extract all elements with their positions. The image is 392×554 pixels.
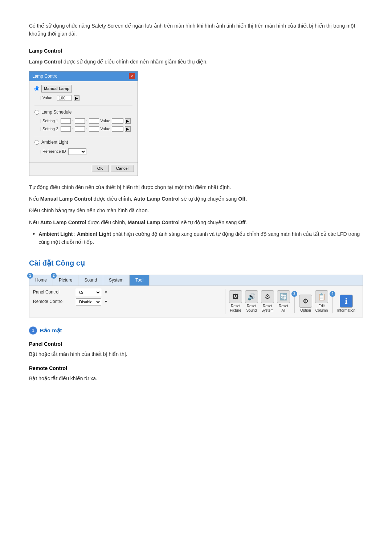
option-btn[interactable]: ⚙ Option: [299, 295, 312, 313]
lamp-control-dialog: Lamp Control ✕ Manual Lamp | Value ▶: [29, 71, 138, 176]
intro-text: Có thể sử dụng chức năng Safety Screen đ…: [29, 22, 363, 38]
reset-picture-icon: 🖼: [229, 290, 242, 303]
auto-desc1: Tự động điều chỉnh đèn nền của thiết bị …: [29, 183, 363, 191]
cancel-button[interactable]: Cancel: [111, 165, 134, 172]
toolbar-tabs: 1 Home 2 Picture Sound System Tool: [29, 275, 363, 286]
setting2-arrow[interactable]: ▶: [125, 126, 131, 132]
toolbar-wrapper: 1 Home 2 Picture Sound System Tool Panel…: [29, 275, 363, 317]
dialog-titlebar: Lamp Control ✕: [29, 71, 138, 81]
remote-control-row: Remote Control Disable Enable ▼: [33, 298, 221, 305]
ok-button[interactable]: OK: [92, 165, 109, 172]
reset-sound-label: ResetSound: [246, 304, 257, 313]
value-input[interactable]: [57, 95, 72, 101]
reset-sound-btn[interactable]: 🔊 ResetSound: [245, 290, 258, 313]
reset-system-label: ResetSystem: [261, 304, 273, 313]
dialog-close-button[interactable]: ✕: [129, 73, 135, 79]
setting1-arrow[interactable]: ▶: [125, 118, 131, 124]
ambient-light-section: Ambient Light | Reference ID: [34, 139, 132, 155]
divider-3: 3: [294, 295, 295, 313]
tab-home-num: 1: [27, 273, 33, 279]
information-btn[interactable]: ℹ Information: [337, 295, 355, 313]
option-icon: ⚙: [299, 295, 312, 308]
ambient-bullet-item: • Ambient Light : Ambient Light phát hiệ…: [29, 230, 363, 246]
ambient-light-label: Ambient Light: [41, 139, 68, 146]
num-badge-3: 3: [291, 291, 297, 297]
tab-system-label: System: [109, 278, 123, 283]
tab-picture-num: 2: [51, 273, 57, 279]
setting2-m[interactable]: [75, 126, 85, 132]
dialog-footer: OK Cancel: [29, 162, 138, 176]
tab-home[interactable]: 1 Home: [29, 275, 53, 286]
toolbar-content: Panel Control On Off ▼ Remote Control Di…: [29, 286, 363, 317]
lamp-schedule-label: Lamp Schedule: [41, 109, 72, 116]
manual-lamp-radio[interactable]: [34, 86, 39, 91]
ref-select[interactable]: [68, 148, 86, 155]
remote-dropdown-arrow: ▼: [104, 299, 108, 305]
ambient-light-row: Ambient Light: [34, 139, 132, 146]
panel-dropdown-arrow: ▼: [104, 290, 108, 295]
num-badge-4: 4: [330, 291, 335, 297]
reset-all-icon: 🔄: [277, 290, 290, 303]
manual-lamp-row: Manual Lamp: [34, 85, 132, 93]
setting1-m[interactable]: [75, 118, 85, 124]
tab-tool[interactable]: Tool: [130, 275, 150, 286]
manual-lamp-section: Manual Lamp | Value ▶: [34, 85, 132, 101]
auto-desc2: Nếu Manual Lamp Control được điều chỉnh,…: [29, 195, 363, 203]
panel-control-heading: Panel Control: [29, 340, 363, 348]
setting2-h[interactable]: [61, 126, 71, 132]
reset-picture-btn[interactable]: 🖼 ResetPicture: [229, 290, 242, 313]
bao-mat-num: 1: [29, 327, 37, 335]
setting1-s[interactable]: [89, 118, 99, 124]
reset-all-label: ResetAll: [279, 304, 288, 313]
information-label: Information: [337, 308, 355, 313]
value-arrow-btn[interactable]: ▶: [74, 95, 79, 101]
reset-system-btn[interactable]: ⚙ ResetSystem: [261, 290, 274, 313]
bao-mat-title: Bảo mật: [40, 326, 62, 335]
dialog-body: Manual Lamp | Value ▶ Lamp Schedule | Se…: [29, 81, 138, 162]
setting1-label: | Setting 1: [40, 118, 59, 124]
setting1-row: | Setting 1 : : Value ▶: [34, 118, 132, 124]
reset-picture-label: ResetPicture: [230, 304, 241, 313]
lamp-schedule-section: Lamp Schedule | Setting 1 : : Value ▶ | …: [34, 109, 132, 132]
remote-control-heading: Remote Control: [29, 364, 363, 372]
tab-picture-label: Picture: [59, 278, 72, 283]
dialog-title: Lamp Control: [32, 73, 58, 80]
ref-label: | Reference ID: [40, 148, 66, 155]
tab-system[interactable]: System: [103, 275, 130, 286]
edit-column-label: EditColumn: [315, 304, 328, 313]
setting1-h[interactable]: [61, 118, 71, 124]
setting1-val[interactable]: [112, 118, 123, 124]
divider-4: 4: [332, 295, 333, 313]
lamp-schedule-row: Lamp Schedule: [34, 109, 132, 116]
edit-column-icon: 📋: [315, 290, 328, 303]
reset-sound-icon: 🔊: [245, 290, 258, 303]
bullet-dot: •: [33, 230, 35, 246]
setting2-row: | Setting 2 : : Value ▶: [34, 126, 132, 132]
reset-system-icon: ⚙: [261, 290, 274, 303]
information-icon: ℹ: [340, 295, 353, 308]
setting2-val[interactable]: [112, 126, 123, 132]
panel-control-row-label: Panel Control: [33, 289, 73, 296]
tab-sound[interactable]: Sound: [78, 275, 103, 286]
setting2-s[interactable]: [89, 126, 99, 132]
lamp-control-desc: Lamp Control được sử dụng để điều chỉnh …: [29, 58, 363, 66]
setting2-label: | Setting 2: [40, 126, 59, 132]
remote-control-select[interactable]: Disable Enable: [76, 298, 101, 305]
tab-tool-label: Tool: [135, 278, 143, 283]
tab-sound-label: Sound: [84, 278, 97, 283]
manual-lamp-label: Manual Lamp: [41, 85, 72, 93]
panel-control-select[interactable]: On Off: [76, 289, 101, 296]
option-label: Option: [300, 308, 311, 313]
toolbar-left: Panel Control On Off ▼ Remote Control Di…: [33, 289, 221, 308]
ambient-light-radio[interactable]: [34, 140, 39, 145]
cai-dat-title: Cài đặt Công cụ: [29, 257, 363, 269]
remote-control-row-label: Remote Control: [33, 298, 73, 305]
panel-control-desc: Bật hoặc tắt màn hình của thiết bị hiển …: [29, 350, 363, 358]
panel-control-row: Panel Control On Off ▼: [33, 289, 221, 296]
auto-desc3: Nếu Auto Lamp Control được điều chỉnh, M…: [29, 218, 363, 226]
tab-picture[interactable]: 2 Picture: [53, 275, 78, 286]
reset-all-btn[interactable]: 🔄 ResetAll: [277, 290, 290, 313]
lamp-schedule-radio[interactable]: [34, 110, 39, 115]
value-row: | Value ▶: [34, 95, 132, 101]
edit-column-btn[interactable]: 📋 EditColumn: [315, 290, 328, 313]
